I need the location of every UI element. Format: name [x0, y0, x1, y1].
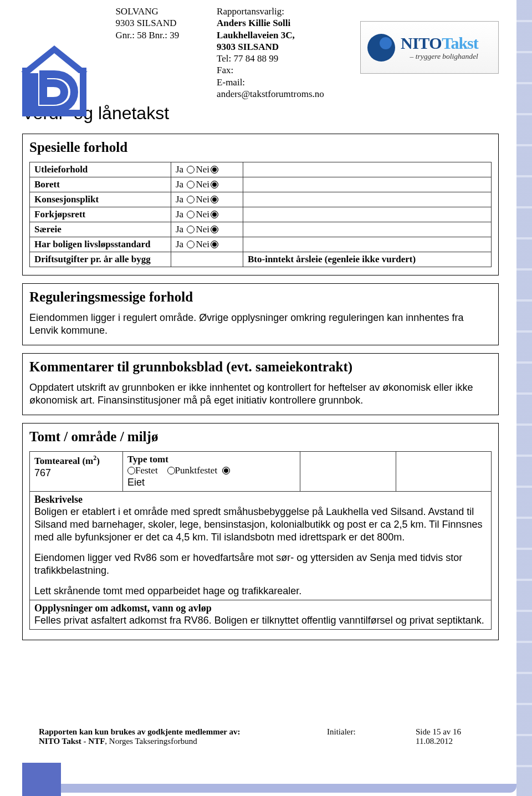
house-logo	[21, 23, 88, 120]
beskrivelse-label: Beskrivelse	[34, 494, 487, 506]
radio-nei-icon	[211, 211, 218, 218]
responsible-email-label: E-mail:	[217, 76, 351, 88]
nito-brand-2: Takst	[442, 34, 478, 52]
beskrivelse-p2: Eiendomen ligger ved Rv86 som er hovedfa…	[34, 552, 487, 577]
radio-nei-icon	[211, 166, 218, 174]
oppl-text: Felles privat asfaltert adkomst fra RV86…	[34, 614, 487, 627]
radio-ja-icon	[187, 226, 195, 233]
janei-cell: Ja Nei	[171, 162, 243, 177]
footer-line1: Rapporten kan kun brukes av godkjente me…	[39, 727, 241, 736]
svg-rect-5	[29, 73, 35, 110]
table-row: Borett Ja Nei	[30, 177, 492, 192]
radio-ja-icon	[187, 196, 195, 203]
radio-nei-icon	[211, 226, 218, 233]
tomt-table: Tomteareal (m2) 767 Type tomt Festet Pun…	[29, 451, 492, 630]
drifts-label: Driftsutgifter pr. år alle bygg	[30, 252, 171, 267]
responsible-block: Rapportansvarlig: Anders Killie Solli La…	[217, 6, 351, 100]
tomt-areal-value: 767	[34, 467, 51, 478]
table-row: Konsesjonsplikt Ja Nei	[30, 192, 492, 207]
section-tomt: Tomt / område / miljø Tomteareal (m2) 76…	[22, 423, 499, 640]
radio-ja-icon	[187, 211, 195, 218]
radio-nei-icon	[211, 181, 218, 188]
grunnbok-heading: Kommentarer til grunnboksblad (evt. same…	[29, 359, 492, 375]
row-label: Konsesjonsplikt	[30, 192, 171, 207]
row-label: Særeie	[30, 222, 171, 237]
property-address: 9303 SILSAND	[115, 17, 208, 29]
tomt-heading: Tomt / område / miljø	[29, 429, 492, 445]
bto-text: Bto-inntekt årsleie (egenleie ikke vurde…	[243, 252, 492, 267]
nito-logo-box: NITOTakst – tryggere bolighandel	[360, 21, 499, 74]
radio-nei-icon	[211, 196, 218, 203]
table-row: Driftsutgifter pr. år alle bygg Bto-innt…	[30, 252, 492, 267]
radio-nei-icon	[211, 241, 218, 248]
regulering-heading: Reguleringsmessige forhold	[29, 289, 492, 305]
row-label: Har boligen livsløpsstandard	[30, 237, 171, 252]
responsible-name: Anders Killie Solli	[217, 17, 351, 29]
table-row: Utleieforhold Ja Nei	[30, 162, 492, 177]
row-label: Borett	[30, 177, 171, 192]
empty-cell	[243, 162, 492, 177]
footer-page-num: Side 15 av 16	[416, 727, 461, 736]
responsible-label: Rapportansvarlig:	[217, 6, 351, 17]
table-row: Forkjøpsrett Ja Nei	[30, 207, 492, 222]
responsible-tel: Tel: 77 84 88 99	[217, 53, 351, 64]
tomt-areal-cell: Tomteareal (m2) 767	[30, 452, 123, 492]
page-footer: Rapporten kan kun brukes av godkjente me…	[39, 727, 499, 746]
nito-tagline: – tryggere bolighandel	[401, 53, 478, 60]
oppl-label: Opplysninger om adkomst, vann og avløp	[34, 603, 487, 614]
property-gnrbnr: Gnr.: 58 Bnr.: 39	[115, 29, 208, 41]
section-grunnbok: Kommentarer til grunnboksblad (evt. same…	[22, 353, 499, 415]
row-label: Forkjøpsrett	[30, 207, 171, 222]
footer-initialer: Initialer:	[327, 727, 356, 736]
radio-ja-icon	[187, 241, 195, 248]
section-spesielle-forhold: Spesielle forhold Utleieforhold Ja Nei B…	[22, 134, 499, 275]
regulering-body: Eiendommen ligger i regulert område. Øvr…	[29, 312, 492, 337]
table-row: Har boligen livsløpsstandard Ja Nei	[30, 237, 492, 252]
responsible-fax: Fax:	[217, 64, 351, 76]
responsible-city: 9303 SILSAND	[217, 41, 351, 53]
radio-eiet-icon	[222, 467, 230, 474]
responsible-street: Laukhellaveien 3C,	[217, 29, 351, 41]
radio-festet-icon	[127, 467, 135, 474]
row-label: Utleieforhold	[30, 162, 171, 177]
property-id-block: SOLVANG 9303 SILSAND Gnr.: 58 Bnr.: 39	[115, 6, 208, 100]
nito-disk-icon	[367, 34, 395, 62]
beskrivelse-cell: Beskrivelse Boligen er etablert i et omr…	[30, 492, 492, 600]
beskrivelse-p1: Boligen er etablert i et område med spre…	[34, 506, 487, 544]
nito-brand-1: NITO	[401, 34, 442, 52]
beskrivelse-p3: Lett skrånende tomt med opparbeidet hage…	[34, 585, 487, 598]
document-title: Verdi- og lånetakst	[22, 103, 499, 124]
responsible-email: anders@takstforumtroms.no	[217, 88, 351, 100]
grunnbok-body: Oppdatert utskrift av grunnboken er ikke…	[29, 381, 492, 407]
decorative-bottom-border	[22, 763, 516, 796]
radio-punktfestet-icon	[167, 467, 175, 474]
property-name: SOLVANG	[115, 6, 208, 17]
radio-ja-icon	[187, 166, 195, 174]
tomt-type-cell: Type tomt Festet Punktfestet Eiet	[123, 452, 300, 492]
table-row: Særeie Ja Nei	[30, 222, 492, 237]
spesielle-heading: Spesielle forhold	[29, 140, 492, 155]
section-regulering: Reguleringsmessige forhold Eiendommen li…	[22, 283, 499, 345]
spesielle-table: Utleieforhold Ja Nei Borett Ja Nei Konse…	[29, 162, 492, 267]
radio-ja-icon	[187, 181, 195, 188]
footer-date: 11.08.2012	[416, 737, 453, 746]
opplysninger-cell: Opplysninger om adkomst, vann og avløp F…	[30, 600, 492, 630]
